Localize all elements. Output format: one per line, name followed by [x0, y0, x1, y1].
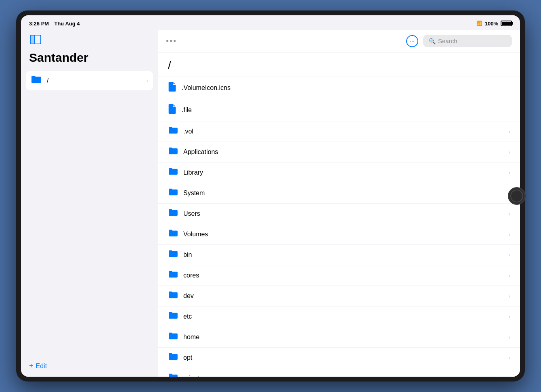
file-chevron-icon: ›: [508, 272, 510, 279]
file-item[interactable]: dev›: [158, 286, 520, 307]
status-date: Thu Aug 4: [54, 21, 80, 27]
file-item[interactable]: Applications›: [158, 142, 520, 163]
file-name: .file: [182, 106, 510, 114]
file-chevron-icon: ›: [508, 128, 510, 135]
sidebar-toggle-button[interactable]: [29, 35, 42, 46]
sidebar-title: Santander: [21, 49, 158, 71]
ipad-frame: 3:26 PM Thu Aug 4 📶 100%: [16, 10, 525, 382]
toolbar-dot-3: [174, 40, 176, 42]
file-chevron-icon: ›: [508, 313, 510, 320]
folder-icon: [168, 209, 178, 219]
file-item[interactable]: Volumes›: [158, 224, 520, 245]
file-chevron-icon: ›: [508, 149, 510, 155]
sidebar-item-root[interactable]: / ›: [26, 71, 153, 90]
file-chevron-icon: ›: [508, 354, 510, 361]
folder-icon: [168, 352, 178, 363]
file-name: private: [183, 375, 508, 377]
sidebar-items: / ›: [21, 71, 158, 355]
folder-icon: [168, 373, 178, 377]
path-title: /: [168, 59, 171, 71]
toolbar-dots: [166, 40, 176, 42]
folder-icon: [168, 126, 178, 137]
file-name: Users: [183, 210, 508, 217]
file-chevron-icon: ›: [508, 231, 510, 238]
file-chevron-icon: ›: [508, 252, 510, 258]
file-item[interactable]: Users›: [158, 204, 520, 224]
home-button[interactable]: [508, 187, 526, 205]
file-item[interactable]: etc›: [158, 307, 520, 327]
file-name: Applications: [183, 148, 508, 156]
battery-fill: [502, 22, 511, 25]
toolbar-right: ··· 🔍 Search: [406, 35, 512, 47]
file-name: home: [183, 334, 508, 341]
file-name: opt: [183, 354, 508, 361]
file-item[interactable]: Library›: [158, 163, 520, 183]
more-icon: ···: [410, 38, 415, 44]
status-right: 📶 100%: [476, 21, 512, 27]
sidebar-header: [21, 30, 158, 49]
folder-icon: [168, 250, 178, 260]
status-time: 3:26 PM: [29, 21, 49, 27]
file-name: System: [183, 190, 508, 197]
search-bar[interactable]: 🔍 Search: [423, 35, 512, 47]
file-name: cores: [183, 272, 508, 279]
battery-icon: [501, 21, 512, 26]
folder-icon: [168, 311, 178, 322]
file-item[interactable]: .file: [158, 99, 520, 121]
file-chevron-icon: ›: [508, 334, 510, 340]
app-container: Santander / › + E: [21, 30, 520, 377]
status-bar: 3:26 PM Thu Aug 4 📶 100%: [21, 15, 520, 30]
home-button-inner: [510, 190, 523, 202]
ipad-screen: 3:26 PM Thu Aug 4 📶 100%: [21, 15, 520, 377]
sidebar-toggle-icon: [30, 35, 41, 46]
more-button[interactable]: ···: [406, 35, 418, 47]
add-icon: +: [29, 362, 34, 370]
file-name: .vol: [183, 128, 508, 135]
file-item[interactable]: home›: [158, 327, 520, 348]
edit-label: Edit: [36, 363, 47, 370]
file-name: etc: [183, 313, 508, 320]
file-item[interactable]: bin›: [158, 245, 520, 265]
file-name: dev: [183, 292, 508, 300]
file-item[interactable]: .VolumeIcon.icns: [158, 77, 520, 99]
folder-icon: [168, 291, 178, 301]
file-list: .VolumeIcon.icns.file.vol›Applications›L…: [158, 77, 520, 377]
file-chevron-icon: ›: [508, 211, 510, 217]
folder-icon: [31, 75, 41, 86]
file-chevron-icon: ›: [508, 169, 510, 176]
sidebar-item-root-label: /: [47, 77, 146, 84]
file-item[interactable]: .vol›: [158, 121, 520, 142]
sidebar-footer: + Edit: [21, 355, 158, 377]
edit-button[interactable]: + Edit: [29, 362, 47, 370]
file-name: Library: [183, 169, 508, 176]
file-name: bin: [183, 251, 508, 259]
file-item[interactable]: opt›: [158, 348, 520, 368]
wifi-icon: 📶: [476, 21, 482, 26]
file-item[interactable]: cores›: [158, 265, 520, 286]
file-item[interactable]: private›: [158, 368, 520, 377]
file-chevron-icon: ›: [508, 293, 510, 299]
file-name: .VolumeIcon.icns: [182, 84, 510, 92]
toolbar-dot-1: [166, 40, 168, 42]
path-header: /: [158, 52, 520, 77]
toolbar-dot-2: [170, 40, 172, 42]
file-name: Volumes: [183, 231, 508, 238]
folder-icon: [168, 167, 178, 178]
file-item[interactable]: System›: [158, 183, 520, 204]
folder-icon: [168, 270, 178, 281]
file-chevron-icon: ›: [508, 375, 510, 377]
sidebar-item-chevron: ›: [146, 77, 148, 84]
battery-percent: 100%: [485, 21, 498, 27]
folder-icon: [168, 147, 178, 157]
file-icon: [168, 82, 176, 94]
folder-icon: [168, 188, 178, 198]
search-placeholder: Search: [438, 38, 457, 44]
search-icon: 🔍: [429, 38, 436, 44]
folder-icon: [168, 332, 178, 342]
main-content: ··· 🔍 Search / .VolumeIcon.icns.file: [158, 30, 520, 377]
folder-icon: [168, 229, 178, 240]
file-icon: [168, 104, 176, 116]
status-left: 3:26 PM Thu Aug 4: [29, 20, 80, 27]
svg-rect-0: [30, 35, 34, 44]
sidebar: Santander / › + E: [21, 30, 158, 377]
